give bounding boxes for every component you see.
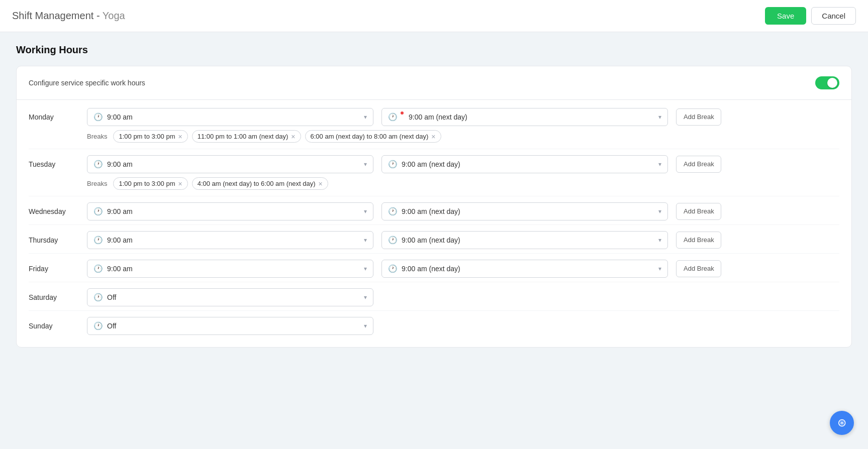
chevron-down-icon: ▾ [364,294,367,301]
start-time-thursday[interactable]: 🕐 9:00 am ▾ [87,231,373,249]
breaks-label: Breaks [87,133,107,140]
end-time-value: 9:00 am (next day) [402,160,460,168]
end-time-value: 9:00 am (next day) [409,113,467,121]
day-divider [29,253,839,254]
section-title: Working Hours [16,44,852,56]
clock-icon: 🕐 [93,321,103,330]
start-time-monday[interactable]: 🕐 9:00 am ▾ [87,108,373,126]
breaks-row-tuesday: Breaks 1:00 pm to 3:00 pm × 4:00 am (nex… [87,177,839,190]
day-main-monday: Monday 🕐 9:00 am ▾ 🕐 9:00 am (next day) … [29,108,839,126]
day-main-tuesday: Tuesday 🕐 9:00 am ▾ 🕐 9:00 am (next day)… [29,155,839,173]
working-hours-card: Configure service specific work hours Mo… [16,66,852,348]
clock-icon: 🕐 [388,160,398,169]
add-break-button-thursday[interactable]: Add Break [676,232,721,249]
day-main-thursday: Thursday 🕐 9:00 am ▾ 🕐 9:00 am (next day… [29,231,839,249]
days-container: Monday 🕐 9:00 am ▾ 🕐 9:00 am (next day) … [17,100,851,347]
page-header-title: Shift Management - Yoga [12,10,125,22]
start-time-tuesday[interactable]: 🕐 9:00 am ▾ [87,155,373,173]
start-time-wednesday[interactable]: 🕐 9:00 am ▾ [87,202,373,220]
day-label-friday: Friday [29,265,79,273]
chevron-down-icon: ▾ [364,161,367,168]
start-time-value: 9:00 am [107,113,133,121]
add-break-button-friday[interactable]: Add Break [676,260,721,278]
day-row: Monday 🕐 9:00 am ▾ 🕐 9:00 am (next day) … [29,108,839,149]
clock-icon: 🕐 [388,113,398,122]
day-label-wednesday: Wednesday [29,207,79,215]
end-time-friday[interactable]: 🕐 9:00 am (next day) ▾ [381,260,668,278]
start-time-value: 9:00 am [107,236,133,244]
end-time-tuesday[interactable]: 🕐 9:00 am (next day) ▾ [381,155,668,173]
end-time-value: 9:00 am (next day) [402,265,460,273]
toggle-label: Configure service specific work hours [29,79,145,87]
end-time-wednesday[interactable]: 🕐 9:00 am (next day) ▾ [381,202,668,220]
chevron-down-icon: ▾ [364,265,367,272]
add-break-button-wednesday[interactable]: Add Break [676,203,721,220]
break-tag-remove[interactable]: × [319,180,323,187]
day-row: Tuesday 🕐 9:00 am ▾ 🕐 9:00 am (next day)… [29,155,839,196]
red-dot-indicator [401,111,404,115]
chevron-down-icon: ▾ [658,237,661,244]
break-tag-remove[interactable]: × [431,133,435,140]
breaks-row-monday: Breaks 1:00 pm to 3:00 pm × 11:00 pm to … [87,130,839,143]
day-main-saturday: Saturday 🕐 Off ▾ [29,288,839,306]
start-time-value: Off [107,293,116,301]
cancel-button[interactable]: Cancel [811,7,856,25]
break-tag-remove[interactable]: × [291,133,295,140]
add-break-button-monday[interactable]: Add Break [676,108,721,126]
day-divider [29,310,839,311]
day-divider [29,196,839,196]
day-main-wednesday: Wednesday 🕐 9:00 am ▾ 🕐 9:00 am (next da… [29,202,839,220]
chevron-down-icon: ▾ [364,237,367,244]
break-tag-text: 11:00 pm to 1:00 am (next day) [198,133,288,140]
day-divider [29,149,839,149]
clock-icon: 🕐 [93,113,103,122]
add-break-button-tuesday[interactable]: Add Break [676,156,721,173]
chevron-down-icon: ▾ [658,208,661,215]
break-tag: 1:00 pm to 3:00 pm × [113,177,187,190]
day-row: Wednesday 🕐 9:00 am ▾ 🕐 9:00 am (next da… [29,202,839,225]
day-main-sunday: Sunday 🕐 Off ▾ [29,317,839,335]
day-label-sunday: Sunday [29,322,79,330]
chevron-down-icon: ▾ [658,114,661,121]
break-tag-remove[interactable]: × [178,133,182,140]
chevron-down-icon: ▾ [364,114,367,121]
break-tag-text: 1:00 pm to 3:00 pm [119,133,175,140]
end-time-value: 9:00 am (next day) [402,207,460,215]
start-time-value: Off [107,322,116,330]
clock-icon: 🕐 [93,264,103,273]
day-main-friday: Friday 🕐 9:00 am ▾ 🕐 9:00 am (next day) … [29,260,839,278]
day-divider [29,225,839,225]
start-time-friday[interactable]: 🕐 9:00 am ▾ [87,260,373,278]
end-time-value: 9:00 am (next day) [402,236,460,244]
start-time-value: 9:00 am [107,160,133,168]
title-subtitle: Yoga [103,10,125,21]
end-time-thursday[interactable]: 🕐 9:00 am (next day) ▾ [381,231,668,249]
header-actions: Save Cancel [765,7,856,25]
chevron-down-icon: ▾ [658,161,661,168]
save-button[interactable]: Save [765,7,806,25]
day-label-tuesday: Tuesday [29,160,79,168]
chevron-down-icon: ▾ [658,265,661,272]
start-time-sunday[interactable]: 🕐 Off ▾ [87,317,373,335]
start-time-value: 9:00 am [107,265,133,273]
day-label-monday: Monday [29,113,79,121]
clock-icon: 🕐 [388,207,398,216]
day-label-saturday: Saturday [29,293,79,301]
day-row: Friday 🕐 9:00 am ▾ 🕐 9:00 am (next day) … [29,260,839,282]
clock-icon: 🕐 [93,236,103,245]
clock-icon: 🕐 [93,293,103,302]
break-tag-text: 4:00 am (next day) to 6:00 am (next day) [198,180,316,187]
break-tag: 6:00 am (next day) to 8:00 am (next day)… [305,130,441,143]
header: Shift Management - Yoga Save Cancel [0,0,868,32]
main-content: Working Hours Configure service specific… [0,32,868,360]
break-tag-text: 1:00 pm to 3:00 pm [119,180,175,187]
service-hours-toggle[interactable] [815,76,839,89]
clock-icon: 🕐 [388,236,398,245]
configure-toggle-row: Configure service specific work hours [17,66,851,100]
chevron-down-icon: ▾ [364,208,367,215]
break-tag: 1:00 pm to 3:00 pm × [113,130,187,143]
start-time-saturday[interactable]: 🕐 Off ▾ [87,288,373,306]
day-divider [29,282,839,282]
end-time-monday[interactable]: 🕐 9:00 am (next day) ▾ [381,108,668,126]
break-tag-remove[interactable]: × [178,180,182,187]
